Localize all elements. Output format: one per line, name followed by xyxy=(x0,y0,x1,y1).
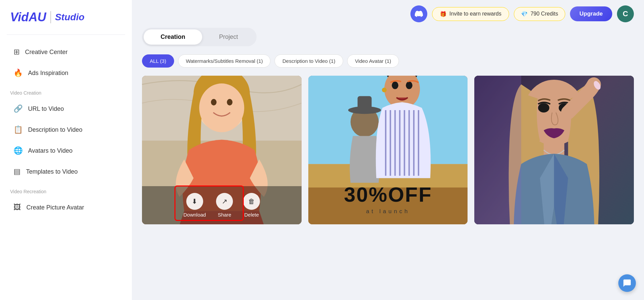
svg-text:30%OFF: 30%OFF xyxy=(344,183,432,206)
grid-icon: ⊞ xyxy=(14,48,20,56)
logo-area: VidAU Studio xyxy=(0,10,132,34)
filter-all[interactable]: ALL (3) xyxy=(142,54,174,68)
content-area: Creation Project ALL (3) Watermarks/Subt… xyxy=(132,28,644,300)
create-picture-avatar-label: Create Picture Avatar xyxy=(26,204,84,211)
sidebar-item-avatars-to-video[interactable]: 🌐 Avatars to Video xyxy=(3,141,128,160)
description-to-video-label: Description to Video xyxy=(28,126,82,133)
fire-icon: 🔥 xyxy=(14,69,23,77)
globe-icon: 🌐 xyxy=(14,146,23,155)
url-to-video-label: URL to Video xyxy=(28,105,64,112)
download-icon: ⬇ xyxy=(186,193,203,210)
tabs-bar: Creation Project xyxy=(142,28,257,46)
svg-text:at launch: at launch xyxy=(366,208,410,215)
filter-video-avatar[interactable]: Video Avatar (1) xyxy=(347,54,399,68)
logo-divider xyxy=(50,11,51,23)
svg-point-34 xyxy=(538,103,549,112)
tab-creation[interactable]: Creation xyxy=(144,29,202,45)
svg-point-17 xyxy=(406,81,412,89)
discord-button[interactable] xyxy=(410,5,427,22)
sidebar: VidAU Studio ⊞ Creative Center 🔥 Ads Ins… xyxy=(0,0,132,300)
svg-point-4 xyxy=(199,83,244,132)
video-thumb-3 xyxy=(474,76,634,224)
upgrade-button[interactable]: Upgrade xyxy=(570,6,612,21)
credits-label: 790 Credits xyxy=(530,11,558,17)
delete-label: Delete xyxy=(244,212,259,218)
templates-to-video-label: Templates to Video xyxy=(26,168,78,175)
section-video-recreation: Video Recreation xyxy=(0,182,132,197)
download-action[interactable]: ⬇ Download xyxy=(183,193,206,218)
chat-bubble-button[interactable] xyxy=(618,274,636,292)
share-label: Share xyxy=(218,212,231,218)
delete-icon: 🗑 xyxy=(243,193,260,210)
diamond-icon: 💎 xyxy=(521,11,528,17)
sidebar-item-creative-center[interactable]: ⊞ Creative Center xyxy=(3,42,128,62)
video-card-1[interactable]: ⬇ Download ↗ Share 🗑 Delete xyxy=(142,76,302,224)
filter-row: ALL (3) Watermarks/Subtitles Removal (1)… xyxy=(142,54,634,68)
svg-point-16 xyxy=(392,81,398,89)
logo-studio: Studio xyxy=(55,12,85,23)
link-icon: 🔗 xyxy=(14,104,23,113)
sidebar-item-url-to-video[interactable]: 🔗 URL to Video xyxy=(3,99,128,119)
sidebar-item-templates-to-video[interactable]: ▤ Templates to Video xyxy=(3,162,128,181)
clipboard-icon: 📋 xyxy=(14,125,23,134)
header: 🎁 Invite to earn rewards 💎 790 Credits U… xyxy=(132,0,644,28)
video-card-3[interactable] xyxy=(474,76,634,224)
credits-button[interactable]: 💎 790 Credits xyxy=(514,7,565,21)
svg-point-18 xyxy=(382,88,386,92)
video-grid: ⬇ Download ↗ Share 🗑 Delete xyxy=(142,76,634,224)
share-action[interactable]: ↗ Share xyxy=(216,193,233,218)
sidebar-divider xyxy=(7,34,125,35)
svg-rect-12 xyxy=(357,96,372,112)
sidebar-item-create-picture-avatar[interactable]: 🖼 Create Picture Avatar xyxy=(3,198,128,217)
video-card-2[interactable]: 30%OFF at launch xyxy=(308,76,468,224)
sidebar-item-description-to-video[interactable]: 📋 Description to Video xyxy=(3,120,128,140)
tab-project[interactable]: Project xyxy=(202,29,255,45)
svg-rect-37 xyxy=(474,76,521,224)
logo-brand: VidAU xyxy=(10,10,46,24)
delete-action[interactable]: 🗑 Delete xyxy=(243,193,260,218)
filter-desc-to-video[interactable]: Description to Video (1) xyxy=(275,54,343,68)
share-icon: ↗ xyxy=(216,193,233,210)
filter-watermarks[interactable]: Watermarks/Subtitles Removal (1) xyxy=(178,54,271,68)
sidebar-item-ads-inspiration[interactable]: 🔥 Ads Inspiration xyxy=(3,63,128,83)
main-area: 🎁 Invite to earn rewards 💎 790 Credits U… xyxy=(132,0,644,300)
ads-inspiration-label: Ads Inspiration xyxy=(28,70,68,77)
section-video-creation: Video Creation xyxy=(0,83,132,98)
user-avatar[interactable]: C xyxy=(617,5,634,22)
creative-center-label: Creative Center xyxy=(25,49,68,56)
download-label: Download xyxy=(183,212,206,218)
avatars-to-video-label: Avatars to Video xyxy=(28,147,72,154)
invite-button[interactable]: 🎁 Invite to earn rewards xyxy=(432,7,509,21)
picture-icon: 🖼 xyxy=(14,203,21,212)
template-icon: ▤ xyxy=(14,167,21,176)
card-overlay-1: ⬇ Download ↗ Share 🗑 Delete xyxy=(142,186,302,224)
svg-point-6 xyxy=(227,99,233,105)
video-thumb-2: 30%OFF at launch xyxy=(308,76,468,224)
invite-label: Invite to earn rewards xyxy=(449,11,501,17)
svg-point-5 xyxy=(211,99,217,105)
invite-icon: 🎁 xyxy=(440,11,447,17)
